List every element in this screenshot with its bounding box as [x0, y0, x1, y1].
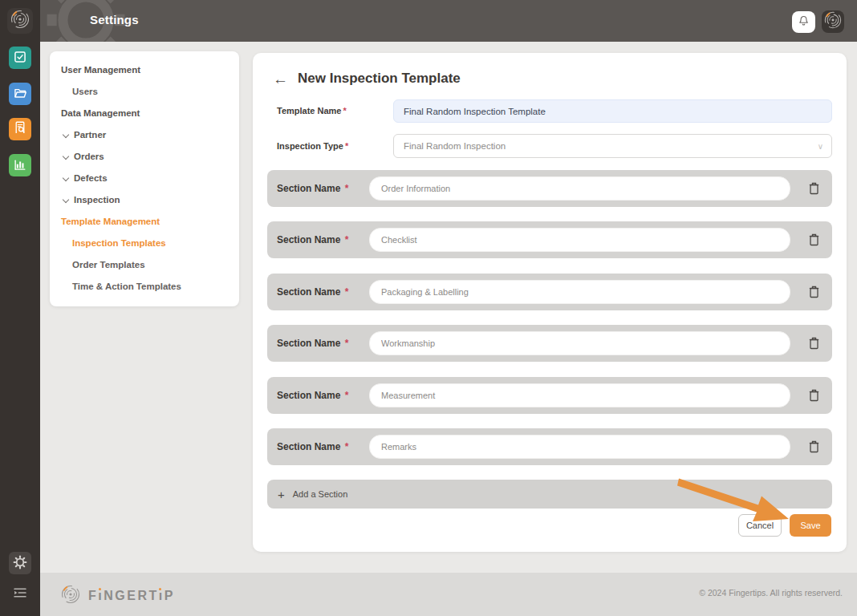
delete-section-button[interactable] [806, 336, 821, 351]
cancel-button[interactable]: Cancel [738, 514, 782, 537]
section-row: Section Name * [267, 428, 832, 465]
sidebar-item-partner[interactable]: Partner [50, 124, 239, 145]
section-name-input[interactable] [369, 383, 790, 407]
chevron-down-icon [63, 132, 69, 138]
chevron-down-icon [63, 153, 69, 160]
top-bar: Settings [40, 0, 857, 42]
notifications-button[interactable] [792, 11, 815, 33]
trash-icon [808, 185, 820, 197]
indent-list-icon [13, 586, 27, 602]
user-avatar[interactable] [822, 10, 844, 33]
section-row: Section Name * [267, 221, 832, 258]
inspection-type-label: Inspection Type* [277, 141, 348, 151]
sidebar-item-inspection[interactable]: Inspection [50, 188, 239, 210]
footer: FıNGERTıP © 2024 Fingertips. All rights … [40, 573, 857, 616]
trash-icon [808, 289, 820, 301]
card-header: ← New Inspection Template [273, 71, 461, 87]
trash-icon [808, 340, 820, 352]
sidebar-group-template-management[interactable]: Template Management [50, 210, 239, 232]
document-search-icon [14, 121, 26, 137]
folder-open-icon [14, 87, 27, 102]
section-row: Section Name * [267, 170, 832, 207]
chevron-down-icon [63, 197, 69, 203]
settings-sidebar: User Management Users Data Management Pa… [50, 51, 239, 306]
sidebar-item-inspection-templates[interactable]: Inspection Templates [50, 232, 239, 253]
section-name-label: Section Name * [277, 234, 348, 245]
files-nav-button[interactable] [9, 83, 31, 105]
tasks-nav-button[interactable] [9, 47, 31, 69]
trash-icon [808, 237, 820, 249]
gear-icon [13, 555, 27, 572]
sidebar-item-defects[interactable]: Defects [50, 167, 239, 188]
sidebar-group-user-management[interactable]: User Management [50, 59, 239, 80]
brand-wordmark: FıNGERTıP [88, 589, 175, 603]
plus-icon: + [278, 488, 285, 500]
trash-icon [808, 392, 820, 404]
section-name-input[interactable] [369, 280, 790, 304]
analytics-nav-button[interactable] [9, 154, 31, 176]
delete-section-button[interactable] [806, 285, 821, 299]
brand-logo: FıNGERTıP [60, 584, 175, 608]
settings-nav-button[interactable] [9, 552, 31, 574]
delete-section-button[interactable] [806, 440, 821, 454]
back-arrow-button[interactable]: ← [273, 71, 288, 87]
copyright-text: © 2024 Fingertips. All rights reserverd. [699, 588, 843, 598]
section-name-label: Section Name * [277, 441, 348, 452]
template-name-input[interactable] [393, 99, 832, 123]
section-row: Section Name * [267, 377, 832, 414]
sidebar-item-users[interactable]: Users [50, 80, 239, 102]
fingerprint-icon [60, 584, 81, 608]
section-name-label: Section Name * [277, 286, 348, 298]
inspection-docs-nav-button[interactable] [9, 118, 31, 140]
section-name-label: Section Name * [277, 338, 348, 349]
inspection-type-select[interactable]: Final Random Inspection ∨ [393, 134, 832, 158]
save-button[interactable]: Save [790, 514, 831, 537]
delete-section-button[interactable] [806, 233, 821, 247]
section-row: Section Name * [267, 274, 832, 310]
section-name-input[interactable] [369, 331, 790, 355]
bell-icon [798, 15, 809, 29]
select-chevron-icon: ∨ [818, 142, 823, 151]
form-title: New Inspection Template [298, 71, 461, 87]
collapse-menu-button[interactable] [9, 582, 31, 605]
section-name-label: Section Name * [277, 390, 348, 401]
section-row: Section Name * [267, 325, 832, 362]
sidebar-group-data-management[interactable]: Data Management [50, 102, 239, 124]
fingerprint-icon [823, 10, 843, 33]
check-square-icon [14, 51, 26, 66]
section-name-input[interactable] [369, 228, 790, 252]
chevron-down-icon [63, 175, 69, 181]
delete-section-button[interactable] [806, 181, 821, 196]
bar-chart-icon [14, 158, 26, 173]
section-name-input[interactable] [369, 435, 790, 459]
left-icon-rail [0, 0, 40, 616]
fingerprint-icon [10, 9, 30, 33]
sidebar-item-time-action-templates[interactable]: Time & Action Templates [50, 275, 239, 297]
section-name-input[interactable] [369, 176, 790, 201]
app-logo[interactable] [7, 8, 33, 34]
delete-section-button[interactable] [806, 388, 821, 403]
sidebar-item-orders[interactable]: Orders [50, 145, 239, 167]
sidebar-item-order-templates[interactable]: Order Templates [50, 253, 239, 275]
template-name-label: Template Name* [277, 106, 347, 116]
page-header-title: Settings [90, 13, 139, 26]
trash-icon [808, 444, 820, 456]
add-section-button[interactable]: + Add a Section [267, 480, 832, 509]
new-inspection-template-card: ← New Inspection Template Template Name*… [253, 53, 847, 552]
section-name-label: Section Name * [277, 183, 348, 194]
